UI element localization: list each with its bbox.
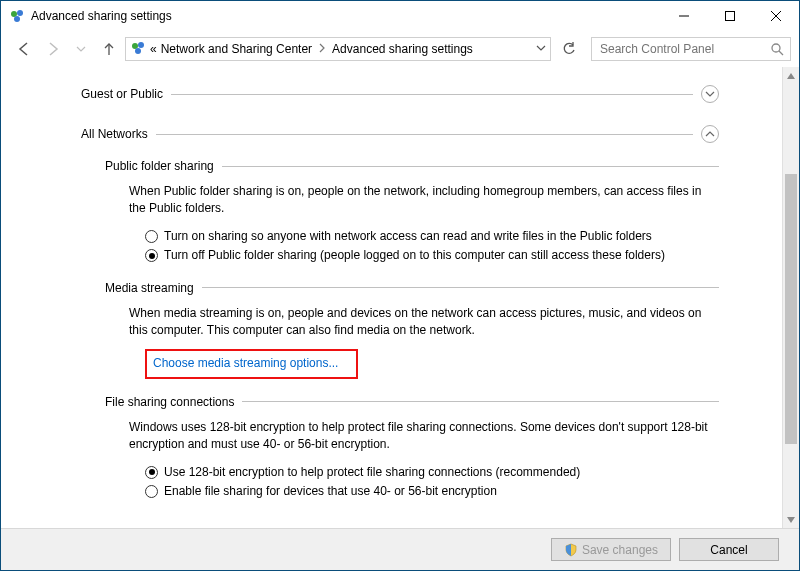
nav-bar: « Network and Sharing Center Advanced sh…: [1, 31, 799, 67]
section-public-folder-sharing: Public folder sharing When Public folder…: [81, 159, 719, 265]
minimize-button[interactable]: [661, 1, 707, 31]
refresh-button[interactable]: [557, 37, 581, 61]
radio-turn-off-public-sharing[interactable]: Turn off Public folder sharing (people l…: [129, 247, 719, 264]
address-bar[interactable]: « Network and Sharing Center Advanced sh…: [125, 37, 551, 61]
scroll-track[interactable]: [783, 84, 799, 511]
section-title: Media streaming: [105, 281, 194, 295]
radio-40-56bit-encryption[interactable]: Enable file sharing for devices that use…: [129, 483, 719, 500]
section-title: Public folder sharing: [105, 159, 214, 173]
svg-rect-4: [726, 12, 735, 21]
highlight-box: Choose media streaming options...: [145, 349, 358, 378]
svg-line-11: [779, 51, 783, 55]
radio-label: Use 128-bit encryption to help protect f…: [164, 464, 580, 481]
radio-icon: [145, 230, 158, 243]
profile-label: All Networks: [81, 127, 148, 141]
radio-turn-on-public-sharing[interactable]: Turn on sharing so anyone with network a…: [129, 228, 719, 245]
chevron-right-icon: [318, 42, 326, 56]
media-streaming-options-link[interactable]: Choose media streaming options...: [153, 356, 338, 370]
search-icon: [770, 42, 784, 59]
app-icon: [9, 8, 25, 24]
chevron-down-icon[interactable]: [701, 85, 719, 103]
maximize-button[interactable]: [707, 1, 753, 31]
svg-point-0: [11, 11, 17, 17]
cancel-button[interactable]: Cancel: [679, 538, 779, 561]
window-title: Advanced sharing settings: [31, 9, 172, 23]
app-icon-small: [130, 40, 146, 59]
breadcrumb-current[interactable]: Advanced sharing settings: [332, 42, 473, 56]
up-button[interactable]: [97, 37, 121, 61]
svg-marker-12: [787, 73, 795, 79]
scroll-thumb[interactable]: [785, 174, 797, 444]
button-label: Cancel: [710, 543, 747, 557]
svg-point-10: [772, 44, 780, 52]
svg-point-7: [132, 43, 138, 49]
svg-point-1: [17, 10, 23, 16]
svg-marker-13: [787, 517, 795, 523]
recent-dropdown[interactable]: [69, 37, 93, 61]
forward-button[interactable]: [41, 37, 65, 61]
profile-label: Guest or Public: [81, 87, 163, 101]
section-description: Windows uses 128-bit encryption to help …: [129, 419, 719, 454]
chevron-up-icon[interactable]: [701, 125, 719, 143]
radio-icon: [145, 466, 158, 479]
content-area: Guest or Public All Networks Public fold…: [1, 67, 799, 528]
search-box[interactable]: [591, 37, 791, 61]
section-file-sharing-connections: File sharing connections Windows uses 12…: [81, 395, 719, 501]
radio-icon: [145, 485, 158, 498]
back-button[interactable]: [13, 37, 37, 61]
address-dropdown-icon[interactable]: [536, 42, 546, 56]
shield-icon: [564, 543, 578, 557]
window-controls: [661, 1, 799, 31]
save-changes-button[interactable]: Save changes: [551, 538, 671, 561]
breadcrumb-prefix: «: [150, 42, 157, 56]
scroll-down-arrow[interactable]: [783, 511, 799, 528]
close-button[interactable]: [753, 1, 799, 31]
scroll-up-arrow[interactable]: [783, 67, 799, 84]
breadcrumb-parent[interactable]: Network and Sharing Center: [161, 42, 312, 56]
profile-all-networks[interactable]: All Networks: [81, 125, 719, 143]
search-input[interactable]: [598, 41, 784, 57]
radio-label: Turn off Public folder sharing (people l…: [164, 247, 665, 264]
svg-point-8: [138, 42, 144, 48]
section-title: File sharing connections: [105, 395, 234, 409]
svg-point-9: [135, 48, 141, 54]
svg-point-2: [14, 16, 20, 22]
radio-label: Turn on sharing so anyone with network a…: [164, 228, 652, 245]
section-description: When media streaming is on, people and d…: [129, 305, 719, 340]
section-description: When Public folder sharing is on, people…: [129, 183, 719, 218]
vertical-scrollbar[interactable]: [782, 67, 799, 528]
section-media-streaming: Media streaming When media streaming is …: [81, 281, 719, 379]
radio-128bit-encryption[interactable]: Use 128-bit encryption to help protect f…: [129, 464, 719, 481]
button-label: Save changes: [582, 543, 658, 557]
title-bar: Advanced sharing settings: [1, 1, 799, 31]
profile-guest-public[interactable]: Guest or Public: [81, 85, 719, 103]
radio-icon: [145, 249, 158, 262]
radio-label: Enable file sharing for devices that use…: [164, 483, 497, 500]
footer-bar: Save changes Cancel: [1, 528, 799, 570]
